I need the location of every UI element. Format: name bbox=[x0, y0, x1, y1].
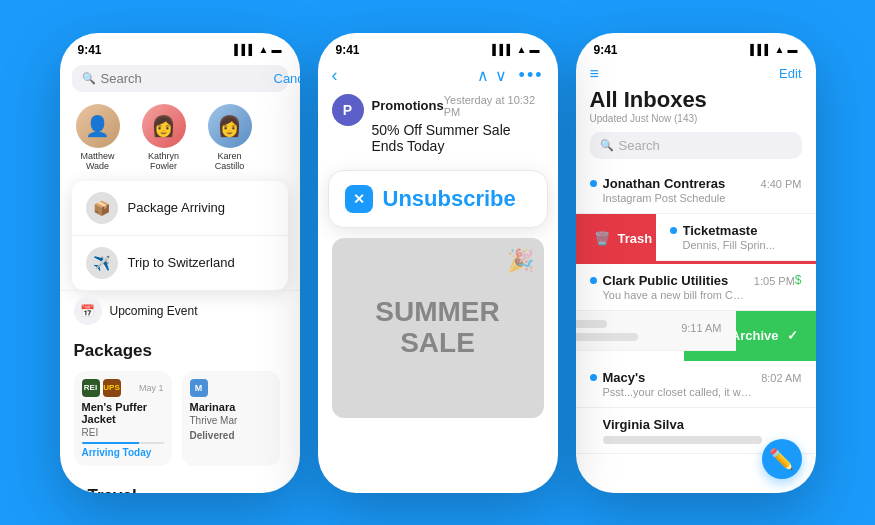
avatar-matthew: 👤 bbox=[76, 104, 120, 148]
avatar-karen: 👩 bbox=[208, 104, 252, 148]
package-card-1[interactable]: REI UPS May 1 Men's Puffer Jacket REI Ar… bbox=[74, 371, 172, 466]
suggestion-list: 📦 Package Arriving ✈️ Trip to Switzerlan… bbox=[72, 181, 288, 290]
suggestion-package-text: Package Arriving bbox=[128, 200, 226, 215]
upcoming-event-label: Upcoming Event bbox=[110, 304, 198, 318]
mid-battery-icon: ▬ bbox=[530, 44, 540, 55]
middle-status-time: 9:41 bbox=[336, 43, 360, 57]
nav-up-down[interactable]: ∧ ∨ bbox=[477, 66, 507, 85]
search-icon: 🔍 bbox=[82, 72, 96, 85]
unread-dot-5 bbox=[590, 374, 597, 381]
preview-macys: Psst...your closet called, it wants a... bbox=[603, 386, 754, 398]
edit-button[interactable]: Edit bbox=[779, 66, 801, 81]
plane-icon: ✈️ bbox=[86, 247, 118, 279]
email-row-content-1: Jonathan Contreras Instagram Post Schedu… bbox=[603, 176, 753, 204]
unsubscribe-label: Unsubscribe bbox=[383, 186, 516, 212]
right-phone: 9:41 ▌▌▌ ▲ ▬ ≡ Edit All Inboxes Updated … bbox=[576, 33, 816, 493]
packages-title: Packages bbox=[60, 331, 300, 367]
promo-avatar: P bbox=[332, 94, 364, 126]
phones-container: 9:41 ▌▌▌ ▲ ▬ 🔍 Cancel 👤 Matthew Wade 👩 bbox=[0, 0, 875, 525]
email-row-jonathan[interactable]: Jonathan Contreras Instagram Post Schedu… bbox=[576, 167, 816, 214]
sale-line2: SALE bbox=[375, 328, 499, 359]
contact-matthew[interactable]: 👤 Matthew Wade bbox=[72, 104, 124, 171]
time-clark: 1:05 PM bbox=[754, 275, 795, 287]
battery-icon: ▬ bbox=[272, 44, 282, 55]
email-row-clark[interactable]: Clark Public Utilities You have a new bi… bbox=[576, 264, 816, 311]
sender-macys: Macy's bbox=[603, 370, 754, 385]
store-logo-2: M bbox=[190, 379, 208, 397]
pkg-store-2: Thrive Mar bbox=[190, 415, 272, 426]
contacts-row: 👤 Matthew Wade 👩 Kathryn Fowler 👩 Karen … bbox=[60, 100, 300, 181]
suggestion-trip-text: Trip to Switzerland bbox=[128, 255, 235, 270]
swipe-archive: Archive ✓ 9:11 AM bbox=[576, 311, 816, 361]
email-meta: Promotions Yesterday at 10:32 PM 50% Off… bbox=[372, 94, 544, 154]
trash-icon: 🗑️ bbox=[594, 231, 610, 246]
hamburger-icon[interactable]: ≡ bbox=[590, 65, 599, 83]
email-row-ticketmaster[interactable]: Ticketmaste Dennis, Fill Sprin... bbox=[656, 214, 816, 261]
sender-virginia: Virginia Silva bbox=[603, 417, 802, 432]
email-row-content-3: Clark Public Utilities You have a new bi… bbox=[603, 273, 746, 301]
travel-section: Travel ✈️ Trip to Switzerland Fri, May 2… bbox=[60, 476, 300, 493]
more-button[interactable]: ••• bbox=[519, 65, 544, 86]
chevron-up-icon[interactable]: ∧ bbox=[477, 66, 489, 85]
unread-dot-2 bbox=[670, 227, 677, 234]
left-search-input[interactable] bbox=[101, 71, 269, 86]
trash-label: Trash bbox=[618, 231, 653, 246]
sender-ticketmaster: Ticketmaste bbox=[683, 223, 816, 238]
calendar-icon: 📅 bbox=[74, 297, 102, 325]
back-button[interactable]: ‹ bbox=[332, 65, 338, 86]
left-search-bar[interactable]: 🔍 Cancel bbox=[72, 65, 288, 92]
unread-dot-3 bbox=[590, 277, 597, 284]
checkmark-icon: ✓ bbox=[787, 328, 798, 343]
unsubscribe-banner[interactable]: ✕ Unsubscribe bbox=[328, 170, 548, 228]
email-nav: ‹ ∧ ∨ ••• bbox=[318, 61, 558, 94]
inbox-title: All Inboxes bbox=[590, 87, 802, 113]
pkg-store-1: REI bbox=[82, 427, 164, 438]
inbox-top: ≡ Edit bbox=[590, 65, 802, 83]
contact-name-karen: Karen Castillo bbox=[204, 151, 256, 171]
upcoming-event: 📅 Upcoming Event bbox=[60, 290, 300, 331]
travel-title: Travel bbox=[74, 476, 286, 493]
pkg-date-1: May 1 bbox=[139, 383, 164, 393]
package-card-2[interactable]: M Marinara Thrive Mar Delivered bbox=[182, 371, 280, 466]
pkg-name-1: Men's Puffer Jacket bbox=[82, 401, 164, 425]
email-row-content-2: Ticketmaste Dennis, Fill Sprin... bbox=[683, 223, 816, 251]
r-wifi-icon: ▲ bbox=[775, 44, 785, 55]
contact-karen[interactable]: 👩 Karen Castillo bbox=[204, 104, 256, 171]
rei-logo: REI bbox=[82, 379, 100, 397]
middle-phone: 9:41 ▌▌▌ ▲ ▬ ‹ ∧ ∨ ••• P P bbox=[318, 33, 558, 493]
promo-initial: P bbox=[343, 102, 352, 118]
email-row-archived[interactable]: 9:11 AM bbox=[576, 311, 736, 351]
preview-clark: You have a new bill from Clark Publ... bbox=[603, 289, 746, 301]
compose-button[interactable]: ✏️ bbox=[762, 439, 802, 479]
sender-jonathan: Jonathan Contreras bbox=[603, 176, 753, 191]
mid-wifi-icon: ▲ bbox=[517, 44, 527, 55]
contact-kathryn[interactable]: 👩 Kathryn Fowler bbox=[138, 104, 190, 171]
inbox-search[interactable]: 🔍 Search bbox=[590, 132, 802, 159]
email-from: Promotions bbox=[372, 98, 444, 113]
suggestion-package[interactable]: 📦 Package Arriving bbox=[72, 181, 288, 236]
cancel-button[interactable]: Cancel bbox=[274, 71, 300, 86]
dollar-badge: $ bbox=[795, 273, 802, 287]
email-subject: 50% Off Summer Sale Ends Today bbox=[372, 122, 544, 154]
pkg-status-2: Delivered bbox=[190, 430, 272, 441]
mid-signal-icon: ▌▌▌ bbox=[492, 44, 513, 55]
email-row-macys[interactable]: Macy's Psst...your closet called, it wan… bbox=[576, 361, 816, 408]
suggestion-trip[interactable]: ✈️ Trip to Switzerland bbox=[72, 236, 288, 290]
right-status-bar: 9:41 ▌▌▌ ▲ ▬ bbox=[576, 33, 816, 61]
stamp-icon: 🎉 bbox=[507, 248, 534, 274]
right-status-time: 9:41 bbox=[594, 43, 618, 57]
inbox-header: ≡ Edit All Inboxes Updated Just Now (143… bbox=[576, 61, 816, 167]
nav-actions: ∧ ∨ ••• bbox=[477, 65, 544, 86]
arriving-bar bbox=[82, 442, 164, 444]
email-time: Yesterday at 10:32 PM bbox=[444, 94, 544, 118]
preview-ticketmaster: Dennis, Fill Sprin... bbox=[683, 239, 816, 251]
archive-label: Archive bbox=[731, 328, 779, 343]
r-battery-icon: ▬ bbox=[788, 44, 798, 55]
contact-name-kathryn: Kathryn Fowler bbox=[138, 151, 190, 171]
time-archived: 9:11 AM bbox=[681, 322, 721, 334]
pkg-status-1: Arriving Today bbox=[82, 447, 164, 458]
inbox-search-placeholder: Search bbox=[619, 138, 660, 153]
pkg-name-2: Marinara bbox=[190, 401, 272, 413]
chevron-down-icon[interactable]: ∨ bbox=[495, 66, 507, 85]
signal-icon: ▌▌▌ bbox=[234, 44, 255, 55]
